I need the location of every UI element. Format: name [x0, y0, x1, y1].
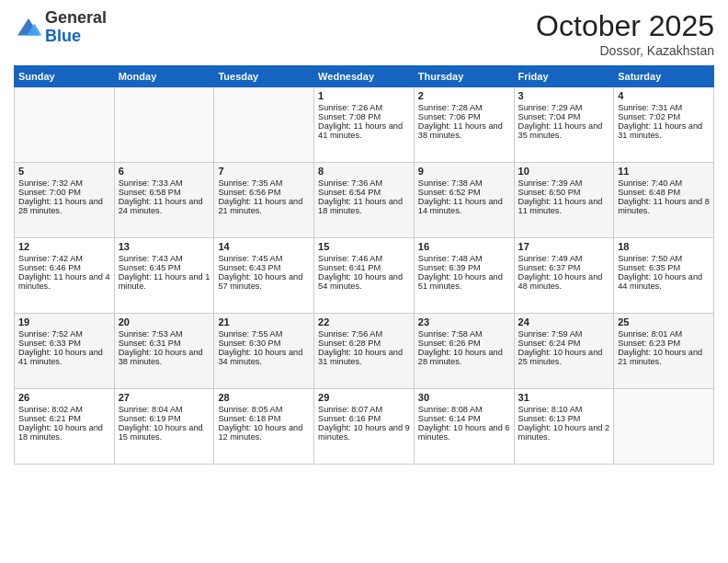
- calendar-cell: 17Sunrise: 7:49 AM Sunset: 6:37 PM Dayli…: [514, 238, 614, 314]
- col-tuesday: Tuesday: [214, 66, 314, 87]
- day-number: 1: [318, 90, 410, 101]
- day-number: 12: [18, 241, 110, 252]
- calendar-cell: 19Sunrise: 7:52 AM Sunset: 6:33 PM Dayli…: [15, 314, 115, 389]
- page-container: General Blue October 2025 Dossor, Kazakh…: [0, 0, 728, 474]
- calendar-cell: 10Sunrise: 7:39 AM Sunset: 6:50 PM Dayli…: [514, 163, 614, 238]
- title-block: October 2025 Dossor, Kazakhstan: [536, 9, 714, 58]
- day-number: 23: [418, 316, 510, 327]
- day-number: 18: [618, 241, 710, 252]
- col-thursday: Thursday: [414, 66, 514, 87]
- col-saturday: Saturday: [614, 66, 714, 87]
- day-number: 8: [318, 166, 410, 177]
- col-sunday: Sunday: [15, 66, 115, 87]
- calendar-cell: 11Sunrise: 7:40 AM Sunset: 6:48 PM Dayli…: [614, 163, 714, 238]
- location: Dossor, Kazakhstan: [536, 43, 714, 58]
- day-info: Sunrise: 8:10 AM Sunset: 6:13 PM Dayligh…: [518, 405, 612, 442]
- day-info: Sunrise: 7:42 AM Sunset: 6:46 PM Dayligh…: [18, 254, 112, 291]
- day-info: Sunrise: 7:32 AM Sunset: 7:00 PM Dayligh…: [18, 178, 106, 215]
- day-number: 17: [518, 241, 610, 252]
- calendar-cell: 26Sunrise: 8:02 AM Sunset: 6:21 PM Dayli…: [15, 389, 115, 465]
- day-number: 26: [18, 392, 110, 403]
- calendar-cell: 1Sunrise: 7:26 AM Sunset: 7:08 PM Daylig…: [314, 87, 415, 163]
- day-number: 15: [318, 241, 410, 252]
- day-info: Sunrise: 7:36 AM Sunset: 6:54 PM Dayligh…: [318, 178, 405, 215]
- calendar-row-2: 12Sunrise: 7:42 AM Sunset: 6:46 PM Dayli…: [15, 238, 714, 314]
- day-info: Sunrise: 7:43 AM Sunset: 6:45 PM Dayligh…: [119, 254, 212, 291]
- day-number: 30: [418, 392, 510, 403]
- calendar-row-4: 26Sunrise: 8:02 AM Sunset: 6:21 PM Dayli…: [15, 389, 714, 465]
- day-number: 31: [518, 392, 610, 403]
- logo: General Blue: [14, 9, 107, 46]
- day-number: 22: [318, 316, 410, 327]
- day-number: 21: [218, 316, 310, 327]
- day-number: 27: [119, 392, 210, 403]
- calendar-cell: 23Sunrise: 7:58 AM Sunset: 6:26 PM Dayli…: [414, 314, 514, 389]
- calendar-row-3: 19Sunrise: 7:52 AM Sunset: 6:33 PM Dayli…: [15, 314, 714, 389]
- header-row: Sunday Monday Tuesday Wednesday Thursday…: [15, 66, 714, 87]
- calendar-cell: 3Sunrise: 7:29 AM Sunset: 7:04 PM Daylig…: [514, 87, 614, 163]
- day-number: 9: [418, 166, 510, 177]
- calendar-cell: 18Sunrise: 7:50 AM Sunset: 6:35 PM Dayli…: [614, 238, 714, 314]
- day-info: Sunrise: 7:40 AM Sunset: 6:48 PM Dayligh…: [618, 178, 711, 215]
- logo-icon: [14, 15, 43, 40]
- calendar-cell: 27Sunrise: 8:04 AM Sunset: 6:19 PM Dayli…: [114, 389, 214, 465]
- col-monday: Monday: [114, 66, 214, 87]
- calendar-cell: 2Sunrise: 7:28 AM Sunset: 7:06 PM Daylig…: [414, 87, 514, 163]
- day-number: 4: [618, 90, 710, 101]
- calendar-cell: 8Sunrise: 7:36 AM Sunset: 6:54 PM Daylig…: [314, 163, 415, 238]
- calendar-cell: 21Sunrise: 7:55 AM Sunset: 6:30 PM Dayli…: [214, 314, 314, 389]
- day-number: 6: [119, 166, 210, 177]
- day-info: Sunrise: 7:38 AM Sunset: 6:52 PM Dayligh…: [418, 178, 506, 215]
- calendar-cell: 9Sunrise: 7:38 AM Sunset: 6:52 PM Daylig…: [414, 163, 514, 238]
- calendar-cell: 22Sunrise: 7:56 AM Sunset: 6:28 PM Dayli…: [314, 314, 415, 389]
- calendar-cell: 30Sunrise: 8:08 AM Sunset: 6:14 PM Dayli…: [414, 389, 514, 465]
- day-info: Sunrise: 7:26 AM Sunset: 7:08 PM Dayligh…: [318, 103, 405, 140]
- day-info: Sunrise: 7:53 AM Sunset: 6:31 PM Dayligh…: [119, 329, 206, 366]
- day-number: 14: [218, 241, 310, 252]
- calendar-cell: [614, 389, 714, 465]
- day-info: Sunrise: 7:48 AM Sunset: 6:39 PM Dayligh…: [418, 254, 506, 291]
- calendar-row-0: 1Sunrise: 7:26 AM Sunset: 7:08 PM Daylig…: [15, 87, 714, 163]
- logo-general: General: [45, 8, 107, 27]
- calendar-row-1: 5Sunrise: 7:32 AM Sunset: 7:00 PM Daylig…: [15, 163, 714, 238]
- day-number: 29: [318, 392, 410, 403]
- day-info: Sunrise: 8:05 AM Sunset: 6:18 PM Dayligh…: [218, 405, 305, 442]
- calendar-cell: 29Sunrise: 8:07 AM Sunset: 6:16 PM Dayli…: [314, 389, 415, 465]
- calendar-cell: 25Sunrise: 8:01 AM Sunset: 6:23 PM Dayli…: [614, 314, 714, 389]
- day-info: Sunrise: 7:29 AM Sunset: 7:04 PM Dayligh…: [518, 103, 606, 140]
- day-info: Sunrise: 7:56 AM Sunset: 6:28 PM Dayligh…: [318, 329, 405, 366]
- day-info: Sunrise: 7:49 AM Sunset: 6:37 PM Dayligh…: [518, 254, 606, 291]
- calendar-cell: 4Sunrise: 7:31 AM Sunset: 7:02 PM Daylig…: [614, 87, 714, 163]
- day-info: Sunrise: 7:35 AM Sunset: 6:56 PM Dayligh…: [218, 178, 305, 215]
- day-info: Sunrise: 7:33 AM Sunset: 6:58 PM Dayligh…: [119, 178, 206, 215]
- logo-text: General Blue: [45, 9, 107, 46]
- day-number: 20: [119, 316, 210, 327]
- calendar-cell: 7Sunrise: 7:35 AM Sunset: 6:56 PM Daylig…: [214, 163, 314, 238]
- day-number: 3: [518, 90, 610, 101]
- day-info: Sunrise: 7:58 AM Sunset: 6:26 PM Dayligh…: [418, 329, 506, 366]
- day-info: Sunrise: 8:04 AM Sunset: 6:19 PM Dayligh…: [119, 405, 206, 442]
- calendar-cell: 14Sunrise: 7:45 AM Sunset: 6:43 PM Dayli…: [214, 238, 314, 314]
- calendar-cell: 13Sunrise: 7:43 AM Sunset: 6:45 PM Dayli…: [114, 238, 214, 314]
- day-number: 16: [418, 241, 510, 252]
- calendar-table: Sunday Monday Tuesday Wednesday Thursday…: [14, 65, 714, 465]
- day-info: Sunrise: 7:28 AM Sunset: 7:06 PM Dayligh…: [418, 103, 506, 140]
- calendar-cell: 15Sunrise: 7:46 AM Sunset: 6:41 PM Dayli…: [314, 238, 415, 314]
- day-info: Sunrise: 8:01 AM Sunset: 6:23 PM Dayligh…: [618, 329, 705, 366]
- logo-blue: Blue: [45, 27, 81, 45]
- calendar-cell: 24Sunrise: 7:59 AM Sunset: 6:24 PM Dayli…: [514, 314, 614, 389]
- day-info: Sunrise: 7:50 AM Sunset: 6:35 PM Dayligh…: [618, 254, 705, 291]
- day-number: 25: [618, 316, 710, 327]
- day-info: Sunrise: 8:07 AM Sunset: 6:16 PM Dayligh…: [318, 405, 412, 442]
- col-friday: Friday: [514, 66, 614, 87]
- day-number: 13: [119, 241, 210, 252]
- calendar-cell: [114, 87, 214, 163]
- day-number: 28: [218, 392, 310, 403]
- calendar-cell: 6Sunrise: 7:33 AM Sunset: 6:58 PM Daylig…: [114, 163, 214, 238]
- day-info: Sunrise: 7:46 AM Sunset: 6:41 PM Dayligh…: [318, 254, 405, 291]
- calendar-cell: [214, 87, 314, 163]
- day-number: 19: [18, 316, 110, 327]
- day-info: Sunrise: 7:45 AM Sunset: 6:43 PM Dayligh…: [218, 254, 305, 291]
- calendar-cell: 5Sunrise: 7:32 AM Sunset: 7:00 PM Daylig…: [15, 163, 115, 238]
- day-number: 10: [518, 166, 610, 177]
